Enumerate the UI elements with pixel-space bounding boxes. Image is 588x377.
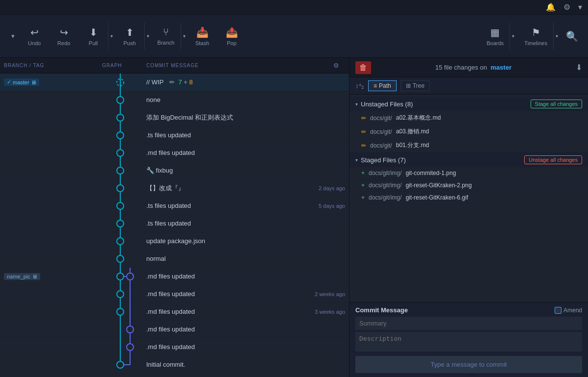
pull-dropdown-arrow[interactable]: ▾ bbox=[108, 23, 115, 50]
commit-graph-panel: BRANCH / TAG GRAPH COMMIT MESSAGE ⚙ ✓ ma… bbox=[0, 58, 349, 377]
table-row[interactable]: .md files updated 3 weeks ago bbox=[0, 303, 349, 321]
timelines-button[interactable]: ⚑ Timelines bbox=[518, 23, 553, 50]
pop-button[interactable]: 📤 Pop bbox=[217, 23, 246, 50]
tree-view-tab[interactable]: ⊞ Tree bbox=[401, 80, 430, 91]
list-item[interactable]: ✏ docs/git/b01.分支.md bbox=[349, 139, 588, 152]
table-row[interactable]: none bbox=[0, 91, 349, 109]
undo-button[interactable]: ↩ Undo bbox=[20, 23, 49, 50]
table-row[interactable]: .ts files updated bbox=[0, 215, 349, 232]
branch-tag-col-header: BRANCH / TAG bbox=[4, 63, 102, 68]
list-item[interactable]: ✏ docs/git/a03.撤销.md bbox=[349, 125, 588, 139]
added-icon: + bbox=[361, 182, 365, 189]
pull-button[interactable]: ⬇ Pull bbox=[79, 23, 108, 50]
svg-point-9 bbox=[117, 150, 124, 156]
table-row[interactable]: .md files updated bbox=[0, 144, 349, 162]
pop-label: Pop bbox=[227, 40, 237, 46]
table-row[interactable]: .md files updated bbox=[0, 321, 349, 338]
pull-icon: ⬇ bbox=[89, 26, 98, 38]
staged-section-header[interactable]: ▾ Staged Files (7) Unstage all changes bbox=[349, 152, 588, 167]
summary-input[interactable] bbox=[355, 317, 582, 330]
redo-button[interactable]: ↪ Redo bbox=[49, 23, 79, 50]
tree-view-icon: ⊞ bbox=[406, 82, 411, 89]
push-dropdown-arrow[interactable]: ▾ bbox=[144, 23, 151, 50]
stash-button[interactable]: 📥 Stash bbox=[187, 23, 217, 50]
timelines-icon: ⚑ bbox=[532, 26, 540, 38]
file-changes-info: 15 file changes on master bbox=[375, 64, 572, 71]
commit-message-label: Commit Message bbox=[355, 306, 408, 314]
chevron-down-icon[interactable]: ▾ bbox=[578, 2, 582, 12]
stash-icon: 📥 bbox=[196, 26, 209, 38]
boards-group: ▦ Boards ▾ bbox=[481, 23, 516, 50]
table-row[interactable]: Initial commit. bbox=[0, 356, 349, 374]
bell-icon[interactable]: 🔔 bbox=[546, 2, 556, 12]
check-icon: ✓ bbox=[7, 79, 11, 85]
svg-point-21 bbox=[117, 255, 124, 262]
table-row[interactable]: .ts files updated bbox=[0, 126, 349, 144]
commit-list: ✓ master 🖥 // WIP ✏ 7 + 8 bbox=[0, 74, 349, 377]
push-icon: ⬆ bbox=[126, 26, 134, 38]
table-row[interactable]: ✓ master 🖥 // WIP ✏ 7 + 8 bbox=[0, 74, 349, 91]
unstage-all-button[interactable]: Unstage all changes bbox=[524, 155, 582, 164]
branch-button[interactable]: ⑂ Branch bbox=[151, 23, 181, 50]
sort-icon[interactable]: ↕ᵃ₂ bbox=[355, 82, 364, 90]
table-row[interactable]: .md files updated bbox=[0, 338, 349, 356]
svg-point-17 bbox=[117, 220, 124, 227]
commit-button[interactable]: Type a message to commit bbox=[355, 356, 582, 373]
unstaged-section-header[interactable]: ▾ Unstaged Files (8) Stage all changes bbox=[349, 97, 588, 111]
search-button[interactable]: 🔍 bbox=[562, 26, 582, 46]
file-path: docs/git/ bbox=[370, 142, 392, 149]
amend-checkbox[interactable] bbox=[555, 307, 561, 314]
branch-label: Branch bbox=[158, 40, 175, 46]
boards-button[interactable]: ▦ Boards bbox=[481, 23, 509, 50]
modified-icon: ✏ bbox=[361, 142, 366, 149]
table-row[interactable]: .ts files updated 5 days ago bbox=[0, 197, 349, 215]
stage-all-button[interactable]: Stage all changes bbox=[531, 100, 582, 108]
file-path: docs/git/ bbox=[370, 128, 392, 135]
list-item[interactable]: + docs/git/img/git-commited-1.png bbox=[349, 167, 588, 179]
table-row[interactable]: 【】改成『』 2 days ago bbox=[0, 179, 349, 197]
modified-icon: ✏ bbox=[361, 115, 366, 122]
redo-label: Redo bbox=[57, 40, 70, 46]
table-row[interactable]: .md files updated 2 weeks ago bbox=[0, 285, 349, 303]
timelines-dropdown-arrow[interactable]: ▾ bbox=[553, 23, 560, 50]
graph-settings-icon[interactable]: ⚙ bbox=[333, 62, 345, 69]
topbar: 🔔 ⚙ ▾ bbox=[0, 0, 588, 15]
table-row[interactable]: 🔧 fixbug bbox=[0, 162, 349, 179]
commit-message-header: Commit Message Amend bbox=[355, 306, 582, 314]
download-button[interactable]: ⬇ bbox=[576, 63, 582, 72]
table-row[interactable]: name_pic 🖥 .md files updated bbox=[0, 268, 349, 285]
file-name: git-reset-GitKraken-6.gif bbox=[405, 194, 468, 201]
svg-point-35 bbox=[127, 326, 134, 333]
settings-icon[interactable]: ⚙ bbox=[563, 2, 570, 12]
list-item[interactable]: + docs/git/img/git-reset-GitKraken-6.gif bbox=[349, 192, 588, 204]
table-row[interactable]: update package.json bbox=[0, 232, 349, 250]
redo-icon: ↪ bbox=[60, 26, 68, 38]
list-item[interactable]: + docs/git/img/git-reset-GitKraken-2.png bbox=[349, 179, 588, 192]
list-item[interactable]: ✏ docs/git/a02.基本概念.md bbox=[349, 111, 588, 125]
push-button[interactable]: ⬆ Push bbox=[115, 23, 144, 50]
branch-dropdown-arrow[interactable]: ▾ bbox=[181, 23, 187, 50]
master-branch-tag[interactable]: ✓ master 🖥 bbox=[4, 78, 39, 86]
boards-dropdown-arrow[interactable]: ▾ bbox=[509, 23, 516, 50]
svg-point-19 bbox=[117, 238, 124, 245]
sort-view-bar: ↕ᵃ₂ ≡ Path ⊞ Tree bbox=[349, 77, 588, 95]
stash-label: Stash bbox=[195, 40, 209, 46]
toolbar-dropdown[interactable]: ▾ bbox=[6, 15, 20, 58]
path-view-icon: ≡ bbox=[374, 82, 377, 89]
table-row[interactable]: 添加 BigDecimal 和正则表达式 bbox=[0, 109, 349, 126]
file-changes-panel: 🗑 15 file changes on master ⬇ ↕ᵃ₂ ≡ Path… bbox=[349, 58, 588, 377]
path-view-tab[interactable]: ≡ Path bbox=[368, 80, 397, 91]
timelines-group: ⚑ Timelines ▾ bbox=[518, 23, 560, 50]
graph-header: BRANCH / TAG GRAPH COMMIT MESSAGE ⚙ bbox=[0, 58, 349, 74]
description-input[interactable] bbox=[355, 332, 582, 352]
file-name: b01.分支.md bbox=[396, 141, 429, 150]
delete-button[interactable]: 🗑 bbox=[355, 61, 371, 74]
undo-icon: ↩ bbox=[30, 26, 39, 38]
toolbar-right: ▦ Boards ▾ ⚑ Timelines ▾ 🔍 bbox=[481, 23, 582, 50]
file-name: a02.基本概念.md bbox=[396, 114, 441, 122]
branch-icon: ⑂ bbox=[163, 26, 169, 38]
svg-point-7 bbox=[117, 132, 124, 139]
timelines-label: Timelines bbox=[524, 40, 547, 46]
table-row[interactable]: normal bbox=[0, 250, 349, 268]
name-pic-branch-tag[interactable]: name_pic 🖥 bbox=[4, 273, 40, 280]
